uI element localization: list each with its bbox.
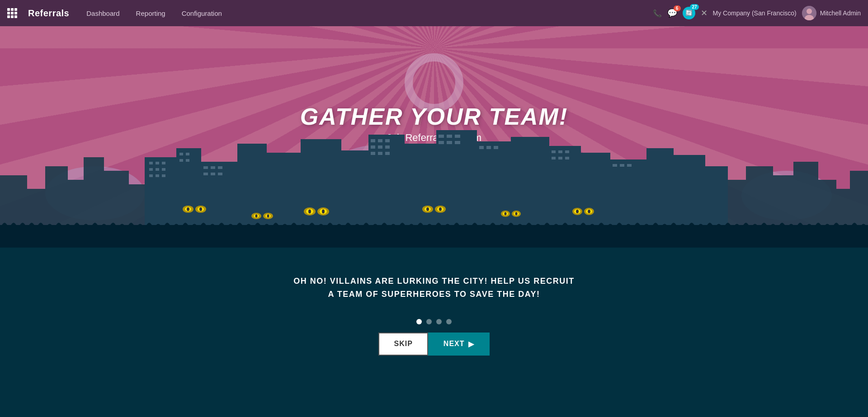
svg-rect-51	[203, 173, 208, 175]
svg-point-86	[187, 207, 189, 211]
svg-rect-71	[494, 146, 498, 149]
svg-rect-70	[486, 146, 491, 149]
svg-rect-69	[479, 146, 484, 149]
svg-point-117	[588, 210, 590, 213]
tagline: Oh No! Villains are lurking the city! He…	[293, 275, 575, 301]
svg-rect-73	[558, 150, 562, 153]
svg-rect-38	[149, 168, 153, 171]
svg-point-93	[267, 215, 269, 218]
svg-rect-79	[620, 164, 624, 167]
svg-rect-37	[162, 162, 165, 164]
phone-icon[interactable]: 📞	[653, 9, 662, 18]
tagline-line2: a team of Superheroes to save the day!	[328, 290, 540, 299]
svg-rect-49	[211, 166, 215, 169]
user-name: Mitchell Admin	[820, 9, 861, 17]
svg-rect-58	[378, 145, 382, 149]
svg-rect-67	[447, 141, 452, 144]
svg-point-116	[576, 210, 579, 213]
svg-point-111	[515, 212, 518, 216]
svg-rect-36	[156, 162, 159, 164]
ground-section: Oh No! Villains are lurking the city! He…	[0, 248, 868, 417]
svg-rect-78	[613, 164, 617, 167]
nav-configuration[interactable]: Configuration	[175, 6, 228, 21]
company-name[interactable]: My Company (San Francisco)	[713, 9, 797, 17]
svg-point-87	[199, 207, 202, 211]
svg-rect-43	[162, 174, 165, 177]
svg-rect-44	[179, 153, 183, 155]
svg-point-92	[255, 215, 258, 218]
grid-menu-icon[interactable]	[7, 8, 17, 18]
svg-rect-65	[455, 135, 460, 138]
dot-1[interactable]	[416, 319, 422, 324]
chat-icon[interactable]: 💬 6	[667, 8, 677, 18]
svg-rect-57	[371, 145, 375, 149]
svg-rect-68	[455, 141, 460, 144]
svg-point-110	[505, 212, 507, 216]
svg-rect-42	[156, 174, 159, 177]
nav-reporting[interactable]: Reporting	[130, 6, 172, 21]
activity-icon[interactable]: 🔄 27	[683, 7, 695, 19]
svg-point-1	[807, 9, 812, 14]
svg-rect-35	[149, 162, 153, 164]
tagline-line1: Oh No! Villains are lurking the city! He…	[293, 276, 575, 286]
user-avatar	[802, 6, 816, 20]
chat-badge: 6	[674, 5, 681, 11]
svg-rect-72	[552, 150, 556, 153]
svg-rect-59	[385, 145, 390, 149]
svg-rect-53	[218, 173, 222, 175]
next-arrow-icon: ▶	[468, 340, 474, 348]
svg-rect-75	[552, 157, 556, 159]
activity-badge: 27	[690, 4, 698, 10]
svg-rect-52	[211, 173, 215, 175]
svg-rect-80	[627, 164, 632, 167]
navbar-right: 📞 💬 6 🔄 27 ✕ My Company (San Francisco) …	[653, 6, 861, 20]
svg-rect-62	[385, 152, 390, 155]
svg-rect-46	[179, 159, 183, 162]
svg-rect-60	[371, 152, 375, 155]
onboarding-dots	[416, 319, 452, 324]
svg-rect-55	[378, 139, 382, 142]
svg-rect-56	[385, 139, 390, 142]
svg-rect-40	[162, 168, 165, 171]
city-skyline	[0, 121, 868, 248]
svg-rect-66	[439, 141, 444, 144]
sky-section: Gather Your Team! Job Referral Program	[0, 26, 868, 248]
svg-rect-54	[371, 139, 375, 142]
svg-rect-74	[565, 150, 569, 153]
close-icon[interactable]: ✕	[701, 8, 708, 18]
user-menu[interactable]: Mitchell Admin	[802, 6, 861, 20]
svg-rect-50	[218, 166, 222, 169]
svg-point-105	[439, 207, 442, 211]
nav-dashboard[interactable]: Dashboard	[80, 6, 126, 21]
dot-2[interactable]	[426, 319, 432, 324]
svg-rect-61	[378, 152, 382, 155]
onboarding-buttons: SKIP NEXT ▶	[378, 333, 489, 356]
main-nav: Dashboard Reporting Configuration	[80, 6, 642, 21]
svg-point-98	[308, 210, 311, 214]
svg-rect-77	[565, 157, 569, 159]
navbar: Referrals Dashboard Reporting Configurat…	[0, 0, 868, 26]
dot-3[interactable]	[436, 319, 442, 324]
next-button[interactable]: NEXT ▶	[428, 333, 490, 356]
svg-rect-41	[149, 174, 153, 177]
svg-rect-64	[447, 135, 452, 138]
svg-rect-45	[186, 153, 189, 155]
svg-rect-39	[156, 168, 159, 171]
svg-point-104	[426, 207, 429, 211]
svg-point-99	[322, 210, 325, 214]
main-content: Gather Your Team! Job Referral Program	[0, 26, 868, 417]
svg-rect-76	[558, 157, 562, 159]
skip-button[interactable]: SKIP	[378, 333, 428, 356]
svg-rect-48	[203, 166, 208, 169]
app-brand[interactable]: Referrals	[28, 8, 69, 19]
svg-rect-47	[186, 159, 189, 162]
svg-rect-63	[439, 135, 444, 138]
dot-4[interactable]	[446, 319, 452, 324]
